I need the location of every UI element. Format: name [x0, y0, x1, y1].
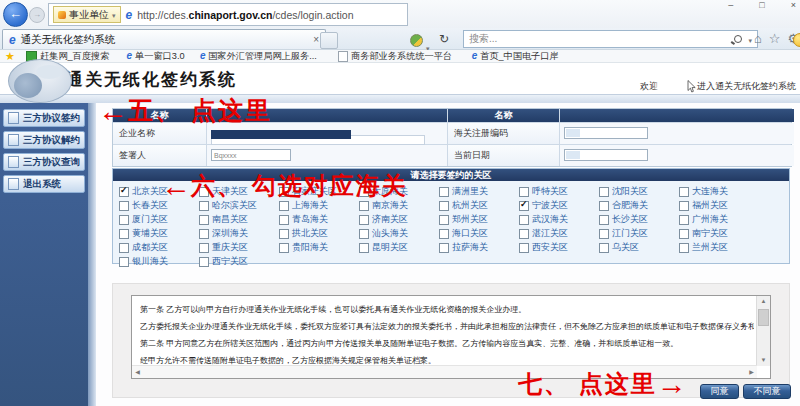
- customs-district-option[interactable]: 武汉海关: [519, 213, 599, 226]
- checkbox[interactable]: [599, 201, 609, 211]
- customs-district-option[interactable]: 杭州关区: [439, 199, 519, 212]
- url-text[interactable]: http://cdes.chinaport.gov.cn/cdes/login.…: [137, 9, 353, 21]
- customs-district-option[interactable]: 深圳海关: [199, 227, 279, 240]
- checkbox[interactable]: [119, 187, 129, 197]
- customs-district-option[interactable]: 合肥海关: [599, 199, 679, 212]
- customs-district-option[interactable]: 满洲里关: [439, 185, 519, 198]
- customs-district-option[interactable]: 银川海关: [119, 255, 199, 268]
- checkbox[interactable]: [519, 229, 529, 239]
- scroll-right-icon[interactable]: ▶: [746, 366, 757, 378]
- close-button[interactable]: ×: [791, 0, 796, 10]
- checkbox[interactable]: [119, 215, 129, 225]
- new-tab-button[interactable]: [320, 32, 338, 49]
- tab-close-icon[interactable]: ×: [313, 34, 319, 45]
- customs-district-option[interactable]: 兰州关区: [679, 241, 759, 254]
- scroll-up-icon[interactable]: ▲: [757, 296, 770, 307]
- bookmark-item[interactable]: 首页_中国电子口岸: [472, 49, 566, 63]
- checkbox[interactable]: [199, 229, 209, 239]
- sidebar-menu-button[interactable]: 三方协议查询: [3, 153, 85, 171]
- search-input[interactable]: 搜索...: [463, 30, 758, 48]
- forward-button[interactable]: →: [29, 7, 45, 23]
- current-date-input[interactable]: [564, 149, 648, 161]
- customs-district-option[interactable]: 海口关区: [439, 227, 519, 240]
- checkbox[interactable]: [279, 243, 289, 253]
- checkbox[interactable]: [679, 201, 689, 211]
- checkbox[interactable]: [199, 243, 209, 253]
- customs-district-option[interactable]: 黄埔关区: [119, 227, 199, 240]
- checkbox[interactable]: [679, 243, 689, 253]
- customs-district-option[interactable]: 呼特关区: [519, 185, 599, 198]
- scroll-down-icon[interactable]: ▼: [757, 355, 770, 366]
- checkbox[interactable]: [359, 215, 369, 225]
- checkbox[interactable]: [359, 229, 369, 239]
- customs-district-option[interactable]: 贵阳海关: [279, 241, 359, 254]
- checkbox[interactable]: [439, 201, 449, 211]
- checkbox[interactable]: [359, 243, 369, 253]
- customs-district-option[interactable]: 福州关区: [679, 199, 759, 212]
- checkbox[interactable]: [199, 257, 209, 267]
- checkbox[interactable]: [119, 229, 129, 239]
- customs-district-option[interactable]: 青岛海关: [279, 213, 359, 226]
- checkbox[interactable]: [119, 257, 129, 267]
- checkbox[interactable]: [439, 187, 449, 197]
- customs-district-option[interactable]: 拱北关区: [279, 227, 359, 240]
- customs-district-option[interactable]: 湛江关区: [519, 227, 599, 240]
- checkbox[interactable]: [119, 243, 129, 253]
- disagree-button[interactable]: 不同意: [743, 384, 791, 399]
- customs-district-option[interactable]: 重庆关区: [199, 241, 279, 254]
- checkbox[interactable]: [599, 215, 609, 225]
- checkbox[interactable]: [439, 243, 449, 253]
- checkbox[interactable]: [119, 201, 129, 211]
- feedback-smiley-icon[interactable]: [793, 33, 800, 47]
- bookmark-item[interactable]: 商务部业务系统统一平台: [338, 49, 461, 63]
- checkbox[interactable]: [199, 215, 209, 225]
- customs-district-option[interactable]: 沈阳关区: [599, 185, 679, 198]
- checkbox[interactable]: [519, 243, 529, 253]
- chevron-down-icon[interactable]: [748, 34, 752, 45]
- vertical-scrollbar[interactable]: ▲ ▼: [756, 296, 770, 366]
- minimize-button[interactable]: –: [728, 0, 733, 10]
- maximize-button[interactable]: □: [759, 0, 764, 10]
- sidebar-menu-button[interactable]: 三方协议签约: [3, 109, 85, 127]
- bookmark-item[interactable]: 国家外汇管理局网上服务...: [200, 49, 327, 63]
- checkbox[interactable]: [679, 229, 689, 239]
- customs-district-option[interactable]: 江门关区: [599, 227, 679, 240]
- checkbox[interactable]: [439, 215, 449, 225]
- customs-district-option[interactable]: 西宁关区: [199, 255, 279, 268]
- customs-district-option[interactable]: 济南关区: [359, 213, 439, 226]
- refresh-icon[interactable]: ↻: [439, 32, 449, 46]
- checkbox[interactable]: [279, 229, 289, 239]
- compatibility-icon[interactable]: [410, 34, 423, 47]
- checkbox[interactable]: [599, 229, 609, 239]
- checkbox[interactable]: [599, 187, 609, 197]
- mode-dropdown[interactable]: 事业单位: [53, 6, 121, 23]
- sidebar-menu-button[interactable]: 三方协议解约: [3, 131, 85, 149]
- customs-district-option[interactable]: 大连海关: [679, 185, 759, 198]
- customs-district-option[interactable]: 南昌关区: [199, 213, 279, 226]
- checkbox[interactable]: [279, 215, 289, 225]
- browser-tab[interactable]: e 通关无纸化签约系统 ×: [2, 29, 326, 49]
- customs-district-option[interactable]: 郑州关区: [439, 213, 519, 226]
- customs-district-option[interactable]: 长沙关区: [599, 213, 679, 226]
- checkbox[interactable]: [439, 229, 449, 239]
- bookmark-item[interactable]: 单一窗口3.0: [126, 49, 188, 63]
- checkbox[interactable]: [519, 201, 529, 211]
- customs-district-option[interactable]: 拉萨海关: [439, 241, 519, 254]
- favorites-star-icon[interactable]: ☆: [769, 31, 781, 46]
- checkbox[interactable]: [599, 243, 609, 253]
- customs-district-option[interactable]: 厦门关区: [119, 213, 199, 226]
- customs-district-option[interactable]: 广州海关: [679, 213, 759, 226]
- checkbox[interactable]: [679, 187, 689, 197]
- signer-input[interactable]: Bqxxxx: [211, 149, 291, 161]
- back-button[interactable]: ←: [3, 2, 28, 27]
- checkbox[interactable]: [519, 215, 529, 225]
- agree-button[interactable]: 同意: [700, 384, 739, 399]
- scrollbar-thumb[interactable]: [758, 309, 769, 326]
- checkbox[interactable]: [679, 215, 689, 225]
- customs-code-input[interactable]: [564, 127, 648, 139]
- customs-district-option[interactable]: 南宁关区: [679, 227, 759, 240]
- scroll-left-icon[interactable]: ◀: [132, 366, 143, 378]
- customs-district-option[interactable]: 汕头海关: [359, 227, 439, 240]
- customs-district-option[interactable]: 西安关区: [519, 241, 599, 254]
- checkbox[interactable]: [519, 187, 529, 197]
